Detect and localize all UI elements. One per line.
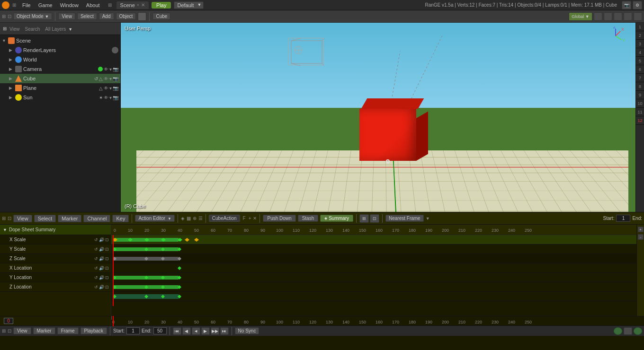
ds-pushdown-btn[interactable]: Push Down [263, 215, 295, 222]
ds-select-btn[interactable]: Select [34, 215, 56, 222]
engine-selector[interactable]: Default ▼ [174, 1, 204, 9]
layer-9[interactable]: 9 [636, 91, 644, 99]
layer-1[interactable]: 1 [636, 23, 644, 31]
ds-action-name[interactable]: CubeAction [209, 215, 240, 222]
channel-xloc[interactable]: X Location ↺ 🔊 ⊡ [0, 263, 111, 273]
bb-frame-btn[interactable]: Frame [57, 327, 79, 334]
play-button[interactable]: Play [152, 2, 171, 9]
tree-item-scene[interactable]: ▼ Scene [0, 36, 120, 45]
tree-item-renderlayers[interactable]: ▶ RenderLayers [0, 45, 120, 55]
object-menu-btn[interactable]: Object [116, 13, 136, 20]
mode-selector[interactable]: Object Mode ▼ [13, 13, 52, 20]
bb-green-circle1[interactable] [614, 327, 622, 335]
tree-item-camera[interactable]: ▶ Camera 👁 ▾ 📷 [0, 64, 120, 74]
sun-arrow: ▶ [9, 95, 14, 100]
search-btn[interactable]: Search [25, 26, 40, 32]
add-menu-btn[interactable]: Add [99, 13, 114, 20]
viewport-gizmo-btn[interactable] [634, 12, 642, 21]
channel-xscale[interactable]: X Scale ↺ 🔊 ⊡ [0, 235, 111, 245]
channel-yloc[interactable]: Y Location ↺ 🔊 ⊡ [0, 273, 111, 282]
proportional-btn[interactable] [614, 12, 622, 21]
tree-item-sun[interactable]: ▶ Sun ✶ 👁 ▾ 📷 [0, 93, 120, 102]
ds-summary-btn[interactable]: ◈ Summary [320, 215, 353, 222]
snap-btn[interactable] [594, 12, 602, 21]
pb-btn2[interactable]: ⊡ [370, 214, 379, 223]
channel-zloc[interactable]: Z Location ↺ 🔊 ⊡ [0, 282, 111, 292]
jump-start-btn[interactable]: ⏮ [173, 327, 181, 335]
menu-window[interactable]: Window [57, 1, 82, 9]
prev-kf-icon: ◀ [185, 329, 188, 333]
layer-11[interactable]: 11 [636, 108, 644, 116]
pb-btn1[interactable]: ⊞ [359, 214, 369, 223]
ds-filter3-icon[interactable]: ⊕ [193, 216, 197, 221]
layer-5[interactable]: 5 [636, 57, 644, 65]
select-menu-btn[interactable]: Select [77, 13, 97, 20]
play-reverse-btn[interactable]: ◄ [192, 327, 200, 335]
bb-playback-btn[interactable]: Playback [80, 327, 107, 334]
ds-x-icon[interactable]: ✕ [253, 216, 257, 221]
active-object-label[interactable]: Cube [152, 13, 170, 20]
scroll-down-btn[interactable]: - [638, 234, 644, 240]
prev-keyframe-btn[interactable]: ◀ [182, 327, 191, 335]
layer-4[interactable]: 4 [636, 48, 644, 57]
3d-viewport[interactable]: User Persp (R) Cube X Y Z 1 2 3 4 5 6 7 … [121, 23, 644, 212]
layer-2[interactable]: 2 [636, 31, 644, 40]
ds-stash-btn[interactable]: Stash [298, 215, 319, 222]
layer-7[interactable]: 7 [636, 74, 644, 82]
ds-filter2-icon[interactable]: ▦ [187, 216, 191, 221]
bb-start-val[interactable]: 1 [126, 327, 140, 334]
ds-key-btn[interactable]: Key [112, 215, 129, 222]
cube-vis4: ▾ [109, 76, 112, 81]
tree-item-world[interactable]: ▶ World [0, 55, 120, 64]
svg-text:160: 160 [376, 228, 383, 233]
layer-10[interactable]: 10 [636, 99, 644, 108]
view-menu-btn[interactable]: View [58, 13, 75, 20]
ds-view-btn[interactable]: View [13, 215, 32, 222]
ds-nearest-frame[interactable]: Nearest Frame [385, 215, 424, 222]
play-btn[interactable]: ▶ [201, 327, 210, 335]
tree-item-cube[interactable]: ▶ Cube ↺ △ 👁 ▾ 📷 [0, 74, 120, 83]
cube-vis3: 👁 [104, 76, 108, 81]
jump-end-btn[interactable]: ⏭ [220, 327, 229, 335]
render-icon-btn[interactable]: 📷 [622, 1, 631, 9]
layer-8[interactable]: 8 [636, 82, 644, 91]
bb-btn1[interactable] [624, 327, 632, 335]
ds-start-val[interactable]: 1 [616, 215, 630, 222]
scene-tab[interactable]: Scene + ✕ [116, 1, 149, 9]
ds-editor-selector[interactable]: Action Editor ▼ [135, 215, 174, 222]
bb-view-btn[interactable]: View [13, 327, 31, 334]
menu-about[interactable]: About [83, 1, 103, 9]
sync-btn[interactable]: No Sync [235, 327, 259, 334]
close-scene-icon[interactable]: ✕ [141, 2, 145, 8]
channel-yscale[interactable]: Y Scale ↺ 🔊 ⊡ [0, 245, 111, 254]
ds-f-icon[interactable]: F [243, 216, 246, 221]
scroll-up-btn[interactable]: + [638, 227, 644, 232]
add-scene-icon[interactable]: + [137, 3, 139, 8]
bb-marker-btn[interactable]: Marker [33, 327, 55, 334]
viewport-overlay-btn[interactable] [624, 12, 632, 21]
ds-marker-btn[interactable]: Marker [58, 215, 81, 222]
view-btn[interactable]: View [9, 26, 20, 32]
next-keyframe-btn[interactable]: ▶▶ [211, 327, 219, 335]
viewport-shade-btn[interactable] [138, 12, 146, 21]
dope-summary-row[interactable]: ▼ Dope Sheet Summary [0, 225, 111, 235]
ds-plus-icon[interactable]: + [249, 216, 251, 221]
ds-filter4-icon[interactable]: ☰ [198, 216, 203, 221]
menu-game[interactable]: Game [35, 1, 56, 9]
menu-file[interactable]: File [19, 1, 34, 9]
scene-settings-btn[interactable]: ⚙ [633, 1, 642, 9]
svg-text:180: 180 [409, 320, 416, 324]
ds-filter-icon[interactable]: ◈ [181, 216, 185, 221]
bb-green-circle2[interactable] [634, 327, 642, 335]
layer-6[interactable]: 6 [636, 65, 644, 74]
layer-12[interactable]: 12 [636, 116, 644, 125]
pivot-btn[interactable] [604, 12, 612, 21]
global-transform-btn[interactable]: Global ▼ [569, 12, 592, 21]
channel-zscale[interactable]: Z Scale ↺ 🔊 ⊡ [0, 254, 111, 263]
alllayers-btn[interactable]: All Layers [45, 26, 66, 32]
ds-channel-btn[interactable]: Channel [83, 215, 110, 222]
dopesheet-timeline[interactable]: 0 10 20 30 40 50 60 70 80 90 100 110 120… [111, 225, 644, 316]
tree-item-plane[interactable]: ▶ Plane △ 👁 ▾ 📷 [0, 83, 120, 93]
layer-3[interactable]: 3 [636, 40, 644, 48]
bb-end-val[interactable]: 50 [153, 327, 167, 334]
